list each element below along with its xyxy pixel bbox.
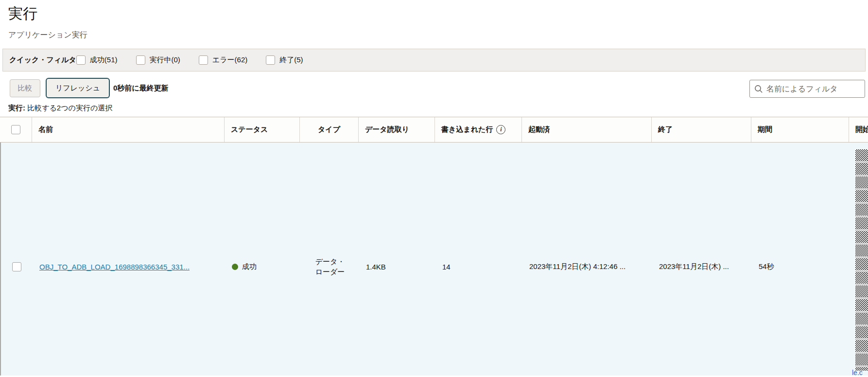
last-updated-text: 0秒前に最終更新 [113,84,169,93]
page-title: 実行 [8,4,37,23]
column-header-rows-written: 書き込まれた行 i [435,117,522,142]
success-status-icon [232,264,238,270]
column-header-started: 起動済 [522,117,652,142]
column-header-start: 開始 [849,117,868,142]
table-body: OBJ_TO_ADB_LOAD_1698898366345_331... 成功 … [0,143,868,376]
refresh-button[interactable]: リフレッシュ [46,78,110,98]
error-checkbox[interactable] [199,55,208,65]
search-input[interactable] [766,85,854,93]
table-header-row: 名前 ステータス タイプ データ読取り 書き込まれた行 i 起動済 終了 期間 … [0,117,868,143]
selection-hint: 実行: 比較する2つの実行の選択 [8,104,112,113]
success-checkbox[interactable] [76,55,86,65]
row-duration-cell: 54秒 [752,262,850,271]
run-name-link[interactable]: OBJ_TO_ADB_LOAD_1698898366345_331... [39,263,190,271]
header-checkbox-cell [0,117,32,142]
column-header-type: タイプ [300,117,359,142]
name-filter-search[interactable] [749,80,865,98]
compare-button[interactable]: 比較 [10,79,40,97]
status-bar-link-text: le.c [852,369,863,377]
terminated-checkbox[interactable] [266,55,275,65]
error-checkbox-label[interactable]: エラー(62) [212,55,247,65]
column-header-status: ステータス [225,117,300,142]
type-line-1: データ・ [315,256,345,267]
row-started-cell: 2023年11月2日(木) 4:12:46 ... [523,262,653,271]
quick-filter-bar: クイック・フィルタ 成功(51) 実行中(0) エラー(62) 終了(5) [2,49,866,72]
success-checkbox-label[interactable]: 成功(51) [90,55,118,65]
page-subtitle: アプリケーション実行 [8,30,87,40]
column-header-rows-written-label: 書き込まれた行 [441,125,493,134]
column-header-ended: 終了 [652,117,751,142]
search-icon [754,85,763,93]
row-data-read-cell: 1.4KB [360,263,436,271]
row-rows-written-cell: 14 [436,263,523,271]
column-header-data-read: データ読取り [359,117,435,142]
filter-success[interactable]: 成功(51) [76,55,118,65]
table-vertical-scrollbar[interactable] [855,149,868,371]
filter-error[interactable]: エラー(62) [199,55,247,65]
row-name-cell: OBJ_TO_ADB_LOAD_1698898366345_331... [33,263,226,271]
filter-terminated[interactable]: 終了(5) [266,55,303,65]
selection-hint-prefix: 実行: [8,104,25,112]
row-checkbox-cell [1,262,33,271]
selection-hint-text: 比較する2つの実行の選択 [25,104,112,112]
info-icon[interactable]: i [496,125,505,134]
status-label: 成功 [242,262,257,271]
select-all-checkbox[interactable] [11,125,20,134]
running-checkbox-label[interactable]: 実行中(0) [150,55,180,65]
column-header-duration: 期間 [751,117,849,142]
row-ended-cell: 2023年11月2日(木) ... [653,262,752,271]
column-header-name: 名前 [32,117,225,142]
running-checkbox[interactable] [136,55,145,65]
row-type-cell: データ・ ローダー [301,256,360,277]
filter-running[interactable]: 実行中(0) [136,55,180,65]
type-line-2: ローダー [315,267,345,277]
quick-filter-label: クイック・フィルタ [9,55,76,65]
terminated-checkbox-label[interactable]: 終了(5) [279,55,303,65]
row-status-cell: 成功 [226,262,301,271]
table-row: OBJ_TO_ADB_LOAD_1698898366345_331... 成功 … [1,251,868,283]
row-checkbox[interactable] [12,262,21,271]
